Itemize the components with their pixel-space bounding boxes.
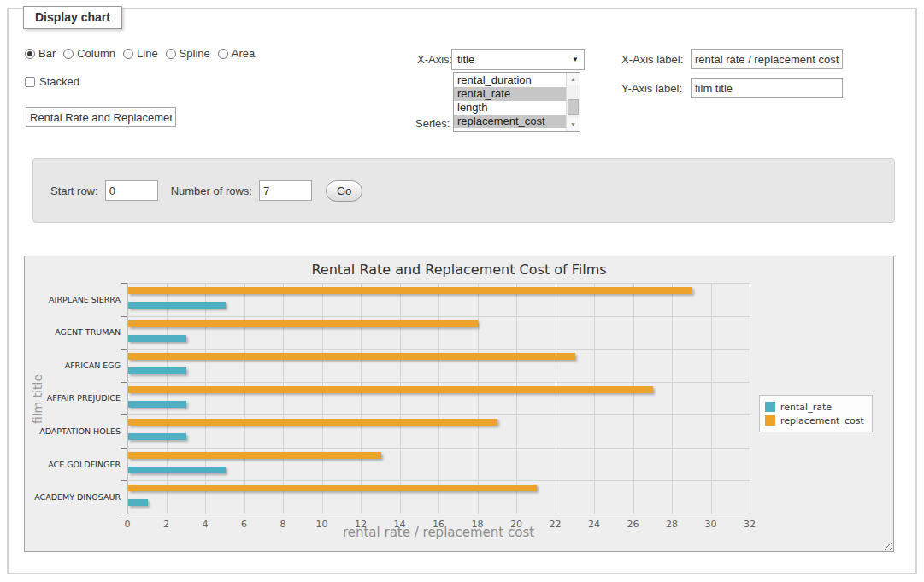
num-rows-label: Number of rows: — [171, 185, 252, 197]
x-tick-label: 14 — [383, 519, 417, 530]
series-option-replacement_cost[interactable]: replacement_cost — [454, 115, 566, 128]
legend-label: replacement_cost — [780, 415, 864, 426]
x-gridline — [167, 283, 168, 514]
chart-type-label: Spline — [180, 47, 210, 60]
chart-type-radios: BarColumnLineSplineArea — [25, 47, 255, 60]
x-tick-label: 22 — [539, 519, 573, 530]
bar-rental_rate — [128, 499, 148, 506]
y-gridline — [127, 283, 750, 284]
chart-type-label: Bar — [38, 47, 56, 60]
x-tick-label: 12 — [344, 519, 378, 530]
chart-type-radio-column[interactable]: Column — [63, 47, 115, 60]
display-chart-fieldset: Display chart BarColumnLineSplineArea St… — [7, 8, 917, 574]
chart-legend: rental_ratereplacement_cost — [759, 395, 873, 432]
page: Display chart BarColumnLineSplineArea St… — [0, 0, 924, 582]
series-listbox[interactable]: rental_durationrental_ratelengthreplacem… — [453, 72, 580, 132]
start-row-input[interactable] — [105, 180, 158, 201]
x-gridline — [438, 283, 439, 514]
scrollbar-down-icon[interactable]: ▼ — [567, 118, 580, 131]
y-axis-label-label: Y-Axis label: — [621, 82, 682, 95]
x-axis-label-label: X-Axis label: — [621, 53, 683, 66]
category-label: AFFAIR PREJUDICE — [25, 382, 121, 415]
y-gridline — [127, 316, 750, 317]
x-gridline — [322, 283, 323, 514]
bar-replacement_cost — [128, 386, 653, 393]
radio-icon[interactable] — [63, 49, 74, 59]
series-option-length[interactable]: length — [454, 101, 566, 115]
y-tick-mark — [121, 349, 127, 350]
chart-title-input[interactable] — [26, 107, 176, 127]
y-gridline — [127, 448, 750, 449]
bar-rental_rate — [128, 302, 226, 309]
x-gridline — [711, 283, 712, 514]
chart-type-label: Area — [232, 47, 255, 60]
x-gridline — [400, 283, 401, 514]
x-tick-label: 28 — [655, 519, 689, 530]
y-gridline — [127, 514, 750, 514]
y-tick-mark — [121, 382, 127, 383]
fieldset-legend: Display chart — [23, 6, 122, 29]
x-gridline — [205, 283, 206, 514]
start-row-label: Start row: — [50, 185, 98, 197]
x-axis-select[interactable]: title ▼ — [451, 49, 585, 70]
stacked-checkbox-icon[interactable] — [25, 77, 35, 87]
bar-replacement_cost — [128, 353, 575, 360]
radio-icon[interactable] — [123, 49, 133, 59]
x-tick-label: 4 — [188, 519, 222, 530]
x-tick-label: 0 — [110, 519, 144, 530]
dropdown-arrow-icon: ▼ — [572, 56, 579, 63]
bar-replacement_cost — [128, 452, 381, 459]
chart-type-radio-spline[interactable]: Spline — [166, 47, 210, 60]
x-gridline — [283, 283, 284, 514]
radio-icon[interactable] — [218, 49, 228, 59]
bar-rental_rate — [128, 401, 186, 408]
series-listbox-label: Series: — [415, 117, 450, 130]
x-tick-label: 26 — [616, 519, 650, 530]
resize-handle-icon[interactable] — [881, 539, 892, 550]
bar-replacement_cost — [128, 419, 497, 426]
series-option-rental_rate[interactable]: rental_rate — [454, 87, 566, 101]
series-listbox-options: rental_durationrental_ratelengthreplacem… — [454, 73, 566, 131]
x-tick-label: 24 — [577, 519, 611, 530]
stacked-checkbox-row[interactable]: Stacked — [25, 75, 79, 88]
chart-type-radio-line[interactable]: Line — [123, 47, 158, 60]
category-label: AGENT TRUMAN — [25, 316, 121, 350]
go-button[interactable]: Go — [326, 180, 362, 202]
x-gridline — [516, 283, 517, 514]
category-label: ADAPTATION HOLES — [25, 414, 121, 448]
chart-type-radio-area[interactable]: Area — [218, 47, 255, 60]
series-scrollbar[interactable]: ▲ ▼ — [566, 73, 580, 131]
legend-item-replacement_cost[interactable]: replacement_cost — [765, 414, 864, 427]
x-tick-label: 18 — [461, 519, 495, 530]
scrollbar-up-icon[interactable]: ▲ — [567, 73, 580, 85]
x-gridline — [672, 283, 673, 514]
x-gridline — [633, 283, 634, 514]
y-axis-label-input[interactable] — [691, 78, 843, 98]
legend-item-rental_rate[interactable]: rental_rate — [765, 400, 864, 414]
chart-type-radio-bar[interactable]: Bar — [25, 47, 56, 60]
y-tick-mark — [121, 414, 127, 415]
stacked-label: Stacked — [39, 75, 79, 88]
radio-icon[interactable] — [25, 49, 35, 59]
x-tick-label: 32 — [733, 519, 767, 530]
x-gridline — [750, 283, 750, 514]
legend-swatch-icon — [765, 402, 775, 412]
x-axis-select-label: X-Axis: — [417, 53, 452, 66]
rows-panel: Start row: Number of rows: Go — [32, 158, 895, 223]
legend-swatch-icon — [765, 415, 775, 426]
scrollbar-thumb[interactable] — [568, 99, 579, 115]
radio-icon[interactable] — [166, 49, 176, 59]
x-tick-label: 20 — [499, 519, 533, 530]
num-rows-input[interactable] — [259, 180, 312, 201]
chart-title: Rental Rate and Replacement Cost of Film… — [25, 262, 893, 278]
category-label: AIRPLANE SIERRA — [25, 283, 121, 316]
y-gridline — [127, 480, 750, 481]
y-tick-mark — [121, 448, 127, 449]
bar-rental_rate — [128, 335, 186, 342]
category-label: ACADEMY DINOSAUR — [25, 480, 121, 514]
x-tick-label: 6 — [227, 519, 262, 530]
x-axis-label-input[interactable] — [691, 49, 843, 69]
series-option-rental_duration[interactable]: rental_duration — [454, 73, 566, 87]
category-label: ACE GOLDFINGER — [25, 448, 121, 481]
y-gridline — [127, 349, 750, 350]
